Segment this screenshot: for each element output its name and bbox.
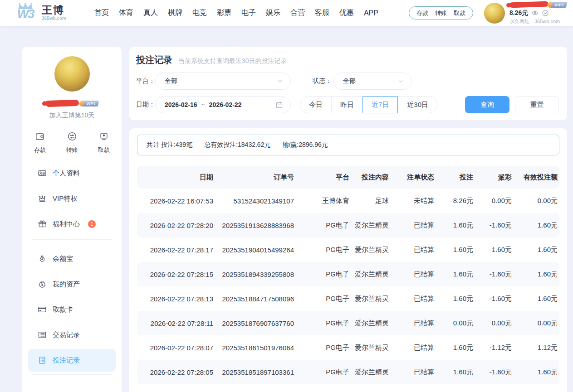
divider <box>32 239 112 240</box>
table-cell: 2026-02-22 07:28:17 <box>137 246 213 254</box>
sidebar-item[interactable]: 投注记录 <box>28 349 116 372</box>
quick-action-label: 取款 <box>98 146 110 154</box>
table-cell: 爱尔兰精灵 <box>349 368 389 377</box>
table-cell: 2026-02-22 07:28:11 <box>137 319 213 327</box>
table-cell: 1.60元 <box>512 368 558 377</box>
nav-item[interactable]: 电竞 <box>192 8 207 18</box>
chevron-down-icon <box>277 78 283 84</box>
quick-action-转账[interactable]: 转账 <box>66 131 78 154</box>
table-cell: -1.60元 <box>473 295 512 303</box>
site-logo[interactable]: W3 王博 365wb.com <box>14 2 66 24</box>
sidebar-item[interactable]: 我的资产 <box>22 271 122 297</box>
range-button[interactable]: 近30日 <box>398 97 437 113</box>
table-cell: 2025351876907637760 <box>213 319 294 327</box>
table-cell: 爱尔兰精灵 <box>349 270 389 279</box>
search-button[interactable]: 查询 <box>465 96 509 113</box>
wallet-pill-link[interactable]: 取款 <box>454 9 465 17</box>
wallet-quick-links: 存款转账取款 <box>409 6 473 19</box>
sidebar-item[interactable]: 余额宝 <box>22 246 122 271</box>
table-cell: 0.00元 <box>473 197 512 205</box>
table-row: 2026-02-22 07:28:172025351904015499264PG… <box>137 237 559 262</box>
table-cell: 2025351884717508096 <box>213 295 294 303</box>
sidebar-item[interactable]: 福利中心1 <box>22 211 122 237</box>
withdraw-icon <box>99 131 109 143</box>
range-button[interactable]: 近7日 <box>362 96 398 113</box>
quick-actions: 存款转账取款 <box>22 131 122 154</box>
logo-domain: 365wb.com <box>42 16 66 21</box>
table-cell: 已结算 <box>389 246 434 254</box>
bet-record-icon <box>38 356 47 365</box>
quick-action-取款[interactable]: 取款 <box>98 131 110 154</box>
quick-action-存款[interactable]: 存款 <box>34 131 46 154</box>
table-header-row: 日期订单号平台投注内容注单状态投注派彩有效投注额 <box>137 166 559 189</box>
sidebar-menu-secondary: 余额宝我的资产取款卡交易记录投注记录 <box>22 246 122 372</box>
status-select[interactable]: 全部 <box>333 73 411 90</box>
nav-item[interactable]: APP <box>364 9 378 17</box>
wallet-pill-link[interactable]: 转账 <box>435 9 447 17</box>
table-cell: 爱尔兰精灵 <box>349 344 389 352</box>
sidebar-item[interactable]: 个人资料 <box>22 160 122 186</box>
table-cell: 2025351894339255808 <box>213 271 294 278</box>
wallet-pill-link[interactable]: 存款 <box>416 9 428 17</box>
nav-item[interactable]: 合营 <box>290 8 305 18</box>
gift-icon <box>38 219 47 228</box>
reset-button[interactable]: 重置 <box>515 96 559 113</box>
calendar-icon <box>275 101 283 109</box>
nav-item[interactable]: 优惠 <box>339 8 354 18</box>
refresh-balance-icon[interactable] <box>542 10 549 17</box>
date-range-input[interactable]: 2026-02-16 ~ 2026-02-22 <box>155 96 291 113</box>
range-button[interactable]: 今日 <box>300 97 331 113</box>
table-cell: 2025351904015499264 <box>213 246 294 254</box>
divider <box>32 374 112 375</box>
top-navigation-bar: W3 王博 365wb.com 首页体育真人棋牌电竞彩票电子娱乐合营客服优惠AP… <box>0 0 573 26</box>
sidebar-item-label: 福利中心 <box>53 220 80 228</box>
table-cell: 1.60元 <box>434 221 473 230</box>
column-header: 注单状态 <box>389 173 434 182</box>
column-header: 投注 <box>434 173 473 182</box>
nav-item[interactable]: 电子 <box>241 8 256 18</box>
chevron-down-icon <box>397 78 404 84</box>
sidebar-item-label: 个人资料 <box>53 169 80 178</box>
sidebar-menu-primary: 个人资料VIP特权福利中心1 <box>22 160 122 237</box>
table-cell: 1.60元 <box>512 221 558 230</box>
nav-item[interactable]: 棋牌 <box>168 8 182 18</box>
eye-icon[interactable] <box>531 10 539 17</box>
summary-total: 共计 投注:439笔 <box>147 141 192 149</box>
joined-days-label: 加入王博第10天 <box>22 111 122 120</box>
table-body: 2026-02-22 16:07:535315243021349107王博体育足… <box>137 189 559 384</box>
sidebar-item[interactable]: VIP特权 <box>22 186 122 211</box>
user-info-block: VIP1 8.26元 永久网址：365wb.com <box>509 1 567 25</box>
nav-item[interactable]: 娱乐 <box>266 8 280 18</box>
table-cell: PG电子 <box>294 295 349 303</box>
status-filter-label: 状态： <box>313 77 332 85</box>
nav-item[interactable]: 首页 <box>94 8 109 18</box>
table-cell: 1.60元 <box>434 368 473 377</box>
main-nav: 首页体育真人棋牌电竞彩票电子娱乐合营客服优惠APP <box>94 8 378 18</box>
table-cell: 1.12元 <box>512 344 558 352</box>
sidebar-item[interactable]: 取款卡 <box>22 297 122 322</box>
summary-valid-bets: 总有效投注:18432.62元 <box>204 141 270 149</box>
platform-select[interactable]: 全部 <box>155 73 291 90</box>
nav-item[interactable]: 体育 <box>119 8 133 18</box>
sidebar-item-label: 交易记录 <box>53 331 80 339</box>
bet-records-table: 日期订单号平台投注内容注单状态投注派彩有效投注额 2026-02-22 16:0… <box>137 166 559 384</box>
table-cell: 1.60元 <box>434 270 473 279</box>
redaction-scribble <box>45 100 79 107</box>
table-cell: 0.00元 <box>473 319 512 328</box>
user-avatar[interactable] <box>484 3 505 24</box>
records-panel: 共计 投注:439笔 总有效投注:18432.62元 输/赢:2896.96元 … <box>129 128 567 392</box>
table-cell: 2026-02-22 07:28:15 <box>137 271 213 278</box>
table-cell: 爱尔兰精灵 <box>349 246 389 254</box>
range-button[interactable]: 昨日 <box>331 97 362 113</box>
nav-item[interactable]: 客服 <box>315 8 329 18</box>
table-row: 2026-02-22 16:07:535315243021349107王博体育足… <box>137 189 559 213</box>
nav-item[interactable]: 彩票 <box>217 8 231 18</box>
sidebar-item[interactable]: 交易记录 <box>22 322 122 348</box>
table-cell: -1.60元 <box>473 368 512 377</box>
profile-avatar[interactable] <box>54 56 90 92</box>
nav-item[interactable]: 真人 <box>143 8 158 18</box>
table-cell: PG电子 <box>294 246 349 254</box>
column-header: 有效投注额 <box>512 173 558 182</box>
table-cell: 0.00元 <box>434 319 473 328</box>
column-header: 派彩 <box>473 173 512 182</box>
